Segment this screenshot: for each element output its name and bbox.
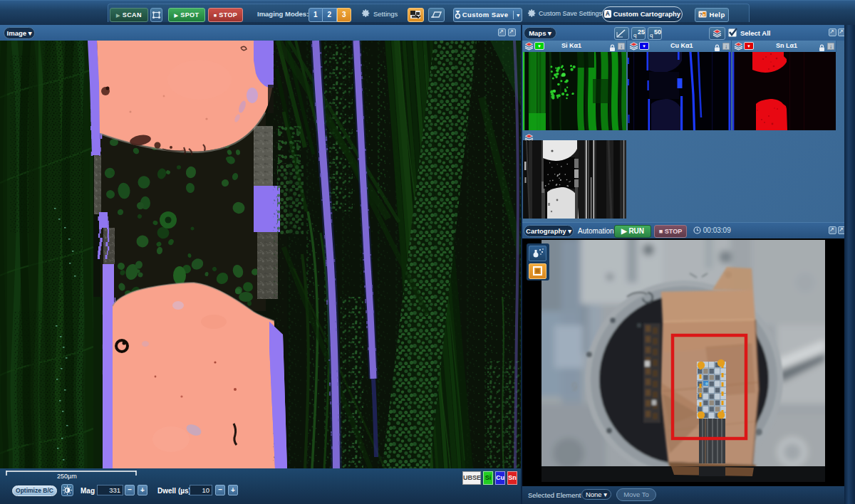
svg-text:?: ?: [700, 12, 703, 17]
